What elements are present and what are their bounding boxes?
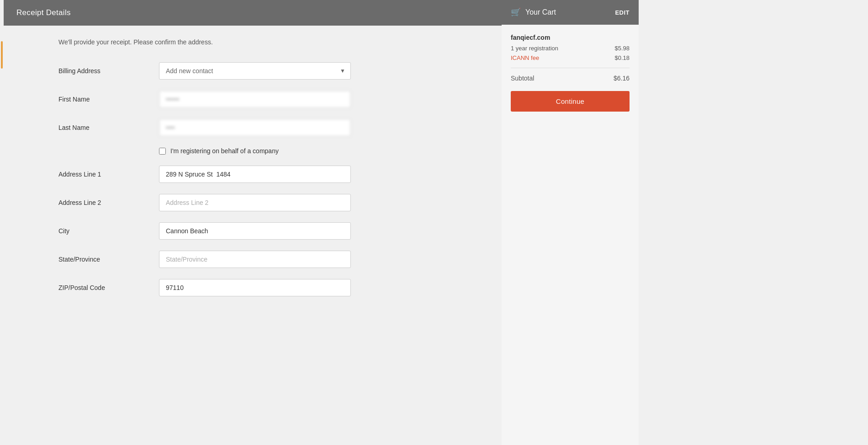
cart-domain: fanqiecf.com <box>511 34 630 41</box>
city-input[interactable] <box>159 222 351 240</box>
company-checkbox-text: I'm registering on behalf of a company <box>170 147 279 155</box>
form-body: We'll provide your receipt. Please confi… <box>4 26 502 326</box>
cart-header-left: 🛒 Your Cart <box>511 7 556 17</box>
cart-icann-line: ICANN fee $0.18 <box>511 54 630 61</box>
last-name-control <box>159 119 351 136</box>
address1-row: Address Line 1 <box>58 166 447 183</box>
first-name-control <box>159 91 351 108</box>
last-name-input[interactable] <box>159 119 351 136</box>
state-row: State/Province <box>58 251 447 268</box>
company-checkbox-row: I'm registering on behalf of a company <box>58 147 447 155</box>
cart-divider <box>511 68 630 68</box>
cart-icon: 🛒 <box>511 7 521 17</box>
state-label: State/Province <box>58 256 159 263</box>
continue-button[interactable]: Continue <box>511 91 630 112</box>
cart-registration-price: $5.98 <box>614 45 630 52</box>
form-panel-header: Receipt Details <box>4 0 502 26</box>
address2-control <box>159 194 351 211</box>
cart-subtotal-label: Subtotal <box>511 75 534 82</box>
company-checkbox-label[interactable]: I'm registering on behalf of a company <box>159 147 279 155</box>
page-title: Receipt Details <box>16 8 489 17</box>
cart-subtotal: Subtotal $6.16 <box>511 75 630 82</box>
address2-input[interactable] <box>159 194 351 211</box>
state-input[interactable] <box>159 251 351 268</box>
cart-registration-line: 1 year registration $5.98 <box>511 45 630 52</box>
cart-body: fanqiecf.com 1 year registration $5.98 I… <box>502 25 639 121</box>
first-name-input[interactable] <box>159 91 351 108</box>
city-label: City <box>58 227 159 235</box>
first-name-label: First Name <box>58 96 159 103</box>
zip-input[interactable] <box>159 279 351 296</box>
last-name-label: Last Name <box>58 124 159 131</box>
confirm-text: We'll provide your receipt. Please confi… <box>58 38 447 46</box>
cart-title: Your Cart <box>525 8 556 16</box>
city-row: City <box>58 222 447 240</box>
first-name-row: First Name <box>58 91 447 108</box>
address1-label: Address Line 1 <box>58 171 159 178</box>
billing-address-label: Billing Address <box>58 67 159 75</box>
billing-address-row: Billing Address Add new contact ▼ <box>58 62 447 80</box>
last-name-row: Last Name <box>58 119 447 136</box>
address2-row: Address Line 2 <box>58 194 447 211</box>
zip-control <box>159 279 351 296</box>
cart-icann-label: ICANN fee <box>511 54 539 61</box>
state-control <box>159 251 351 268</box>
address1-control <box>159 166 351 183</box>
cart-panel: 🛒 Your Cart EDIT fanqiecf.com 1 year reg… <box>502 0 639 445</box>
address2-label: Address Line 2 <box>58 199 159 206</box>
billing-address-select[interactable]: Add new contact <box>159 62 351 80</box>
cart-registration-label: 1 year registration <box>511 45 558 52</box>
cart-edit-button[interactable]: EDIT <box>615 9 630 16</box>
main-content: Receipt Details We'll provide your recei… <box>4 0 868 445</box>
cart-header: 🛒 Your Cart EDIT <box>502 0 639 25</box>
zip-label: ZIP/Postal Code <box>58 284 159 291</box>
cart-subtotal-price: $6.16 <box>614 75 630 82</box>
form-panel: Receipt Details We'll provide your recei… <box>4 0 502 445</box>
scroll-indicator <box>1 41 3 69</box>
left-edge-bar <box>0 0 4 445</box>
zip-row: ZIP/Postal Code <box>58 279 447 296</box>
cart-icann-price: $0.18 <box>614 54 630 61</box>
address1-input[interactable] <box>159 166 351 183</box>
company-checkbox[interactable] <box>159 148 166 155</box>
billing-address-select-wrapper: Add new contact ▼ <box>159 62 351 80</box>
city-control <box>159 222 351 240</box>
